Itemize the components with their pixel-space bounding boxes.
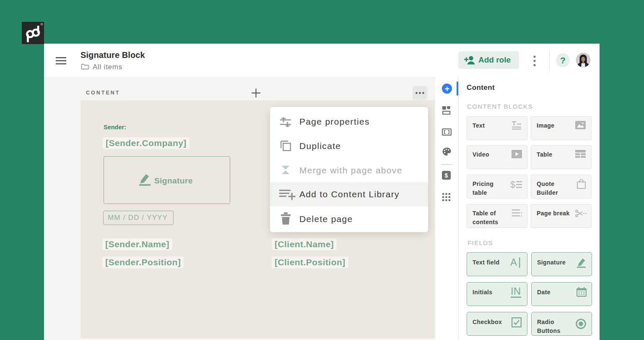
svg-text:$: $ bbox=[510, 180, 515, 189]
svg-text:R: R bbox=[41, 23, 43, 26]
svg-text:A: A bbox=[510, 257, 517, 268]
svg-text:IN: IN bbox=[511, 287, 521, 297]
svg-text:$: $ bbox=[445, 172, 448, 179]
